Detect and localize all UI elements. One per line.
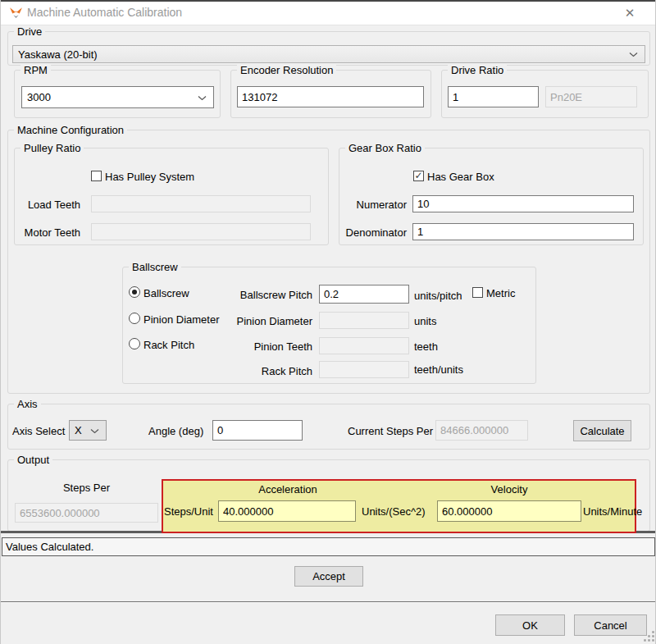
rpm-combobox[interactable]: 3000 — [21, 86, 214, 108]
close-icon[interactable]: ✕ — [620, 4, 640, 21]
rack-pitch-label: Rack Pitch — [198, 365, 312, 377]
acceleration-input[interactable] — [218, 500, 356, 522]
numerator-input[interactable] — [412, 195, 634, 212]
angle-input[interactable] — [212, 420, 303, 441]
rack-pitch-radio[interactable] — [129, 338, 140, 349]
accept-button[interactable]: Accept — [294, 566, 363, 587]
title-bar[interactable]: Machine Automatic Calibration ✕ — [1, 0, 656, 25]
bottom-separator-line — [1, 601, 656, 603]
window-top-border — [1, 0, 656, 2]
pinion-teeth-input — [319, 337, 409, 354]
pinion-diameter-radio[interactable] — [129, 313, 140, 324]
ballscrew-group-label: Ballscrew — [129, 261, 181, 273]
gear-box-ratio-group-label: Gear Box Ratio — [345, 142, 425, 154]
pinion-diameter-unit: units — [414, 315, 436, 327]
axis-select-combobox[interactable]: X — [69, 420, 107, 441]
pinion-diameter-input — [319, 312, 409, 329]
rpm-combobox-value: 3000 — [27, 91, 51, 103]
steps-per-field — [15, 503, 158, 523]
ballscrew-pitch-input[interactable] — [319, 285, 409, 304]
status-bar: Values Calculated. — [2, 537, 655, 556]
load-teeth-input — [91, 195, 311, 212]
drive-combobox-value: Yaskawa (20-bit) — [18, 48, 98, 61]
metric-label: Metric — [486, 287, 515, 299]
encoder-resolution-input[interactable] — [237, 86, 424, 107]
drive-ratio-group-label: Drive Ratio — [448, 64, 507, 76]
has-gear-box-checkbox[interactable]: ✓ — [413, 171, 424, 181]
chevron-down-icon — [198, 95, 207, 100]
radio-dot — [132, 290, 137, 295]
chevron-down-icon — [90, 428, 99, 433]
cancel-button[interactable]: Cancel — [574, 614, 647, 636]
pinion-teeth-unit: teeth — [414, 340, 438, 353]
window-title: Machine Automatic Calibration — [27, 6, 182, 19]
velocity-unit-label: Units/Minute — [583, 505, 642, 518]
output-highlight-panel: Acceleration Velocity Steps/Unit Units/(… — [162, 479, 636, 533]
app-logo-icon — [9, 6, 23, 20]
has-pulley-system-label: Has Pulley System — [105, 171, 194, 183]
drive-ratio-input[interactable] — [448, 86, 539, 107]
has-pulley-system-checkbox[interactable] — [91, 171, 102, 181]
steps-unit-label: Steps/Unit — [164, 505, 213, 518]
denominator-input[interactable] — [412, 223, 634, 240]
drive-group-label: Drive — [14, 25, 45, 38]
metric-checkbox[interactable] — [472, 287, 483, 298]
angle-label: Angle (deg) — [148, 425, 203, 437]
pinion-diameter-label: Pinion Diameter — [198, 315, 312, 327]
rack-pitch-unit: teeth/units — [414, 363, 463, 376]
machine-configuration-group-label: Machine Configuration — [14, 124, 127, 136]
load-teeth-label: Load Teeth — [17, 199, 80, 211]
chevron-down-icon — [629, 52, 638, 57]
ballscrew-pitch-unit: units/pitch — [414, 290, 462, 302]
axis-group-label: Axis — [14, 398, 41, 410]
rack-pitch-input — [319, 361, 409, 378]
pulley-ratio-group-label: Pulley Ratio — [20, 142, 84, 154]
drive-combobox[interactable]: Yaskawa (20-bit) — [12, 45, 645, 63]
ok-button[interactable]: OK — [495, 614, 565, 636]
motor-teeth-input — [91, 223, 311, 240]
motor-teeth-label: Motor Teeth — [17, 226, 80, 239]
pinion-teeth-label: Pinion Teeth — [198, 340, 312, 353]
output-group-label: Output — [14, 454, 52, 466]
denominator-label: Denominator — [341, 226, 407, 239]
calculate-button[interactable]: Calculate — [573, 420, 631, 441]
drive-ratio-param-field — [545, 86, 637, 107]
rpm-group-label: RPM — [20, 64, 51, 76]
rack-pitch-radio-label: Rack Pitch — [144, 339, 194, 351]
ballscrew-radio-label: Ballscrew — [144, 287, 189, 299]
ballscrew-radio[interactable] — [129, 286, 140, 298]
ballscrew-pitch-label: Ballscrew Pitch — [198, 289, 312, 301]
velocity-input[interactable] — [437, 500, 581, 522]
axis-select-label: Axis Select — [12, 425, 65, 437]
resize-grip[interactable] — [643, 630, 655, 642]
current-steps-per-field — [435, 420, 528, 441]
check-icon: ✓ — [414, 171, 422, 180]
numerator-label: Numerator — [341, 199, 407, 211]
acceleration-unit-label: Units/(Sec^2) — [362, 505, 426, 518]
status-text: Values Calculated. — [6, 541, 93, 553]
velocity-header: Velocity — [437, 483, 581, 496]
encoder-resolution-group-label: Encoder Resolution — [237, 64, 336, 76]
machine-automatic-calibration-dialog: Machine Automatic Calibration ✕ Drive Ya… — [0, 0, 656, 644]
axis-select-value: X — [75, 424, 82, 436]
acceleration-header: Acceleration — [218, 483, 358, 496]
steps-per-label: Steps Per — [15, 482, 158, 494]
has-gear-box-label: Has Gear Box — [427, 171, 494, 183]
current-steps-per-label: Current Steps Per — [348, 425, 433, 437]
